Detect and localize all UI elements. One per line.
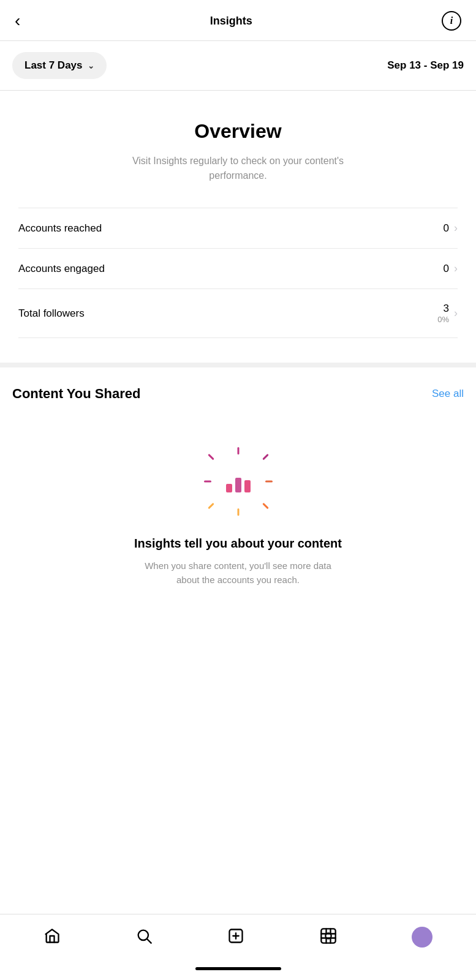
header: ‹ Insights i — [0, 0, 476, 41]
overview-section: Overview Visit Insights regularly to che… — [0, 91, 476, 368]
ray-top — [237, 447, 239, 454]
back-button[interactable]: ‹ — [15, 12, 20, 29]
date-range: Sep 13 - Sep 19 — [387, 59, 464, 72]
stat-value-accounts-reached: 0 — [444, 222, 449, 235]
create-icon — [227, 927, 244, 947]
nav-item-create[interactable] — [220, 925, 252, 949]
nav-item-reels[interactable] — [312, 925, 344, 949]
filter-bar: Last 7 Days ⌄ Sep 13 - Sep 19 — [0, 41, 476, 91]
stat-subvalue-total-followers: 0% — [437, 315, 449, 324]
stats-list: Accounts reached 0 › Accounts engaged 0 … — [18, 208, 458, 338]
reels-icon — [320, 927, 337, 947]
home-indicator — [195, 967, 281, 970]
stat-right-total-followers: 3 0% › — [437, 303, 458, 324]
stat-label-accounts-reached: Accounts reached — [18, 222, 102, 235]
svg-rect-1 — [235, 478, 241, 492]
stat-label-total-followers: Total followers — [18, 307, 85, 320]
svg-rect-8 — [321, 929, 335, 943]
chevron-right-icon: › — [454, 222, 458, 235]
overview-title: Overview — [18, 120, 458, 143]
stat-right-accounts-engaged: 0 › — [444, 262, 458, 275]
svg-rect-2 — [244, 480, 251, 492]
stat-accounts-reached[interactable]: Accounts reached 0 › — [18, 208, 458, 249]
content-section: Content You Shared See all — [0, 368, 476, 914]
ray-bottom-left — [208, 503, 214, 510]
ray-top-left — [208, 454, 214, 461]
info-button[interactable]: i — [442, 11, 461, 31]
chart-icon-container — [202, 445, 275, 518]
ray-left — [204, 481, 211, 483]
nav-item-search[interactable] — [128, 925, 160, 949]
nav-item-profile[interactable] — [404, 924, 440, 950]
stat-label-accounts-engaged: Accounts engaged — [18, 263, 105, 275]
bottom-nav — [0, 914, 476, 967]
svg-line-4 — [148, 939, 151, 943]
svg-rect-0 — [226, 484, 232, 492]
ray-top-right — [262, 454, 269, 461]
stat-value-total-followers: 3 — [437, 303, 449, 315]
ray-bottom-right — [262, 503, 269, 510]
stat-value-accounts-engaged: 0 — [444, 263, 449, 275]
profile-avatar — [412, 927, 433, 948]
content-header: Content You Shared See all — [12, 386, 464, 402]
nav-item-home[interactable] — [36, 925, 68, 949]
stat-accounts-engaged[interactable]: Accounts engaged 0 › — [18, 249, 458, 289]
overview-subtitle: Visit Insights regularly to check on you… — [116, 154, 361, 183]
empty-state: Insights tell you about your content Whe… — [12, 432, 464, 611]
period-label: Last 7 Days — [25, 59, 83, 72]
home-icon — [43, 927, 61, 947]
chevron-right-icon-2: › — [454, 262, 458, 275]
stat-total-followers[interactable]: Total followers 3 0% › — [18, 289, 458, 338]
content-section-title: Content You Shared — [12, 386, 140, 402]
info-icon: i — [450, 15, 453, 26]
stat-right-accounts-reached: 0 › — [444, 222, 458, 235]
ray-bottom — [237, 508, 239, 516]
search-icon — [135, 927, 153, 947]
period-filter-button[interactable]: Last 7 Days ⌄ — [12, 52, 107, 79]
see-all-button[interactable]: See all — [432, 388, 464, 400]
chevron-down-icon: ⌄ — [88, 61, 94, 70]
empty-state-text: When you share content, you'll see more … — [134, 559, 342, 587]
empty-state-title: Insights tell you about your content — [134, 537, 342, 551]
chevron-right-icon-3: › — [454, 307, 458, 320]
bar-chart-icon — [224, 467, 253, 496]
ray-right — [265, 481, 273, 483]
page-title: Insights — [210, 15, 252, 28]
